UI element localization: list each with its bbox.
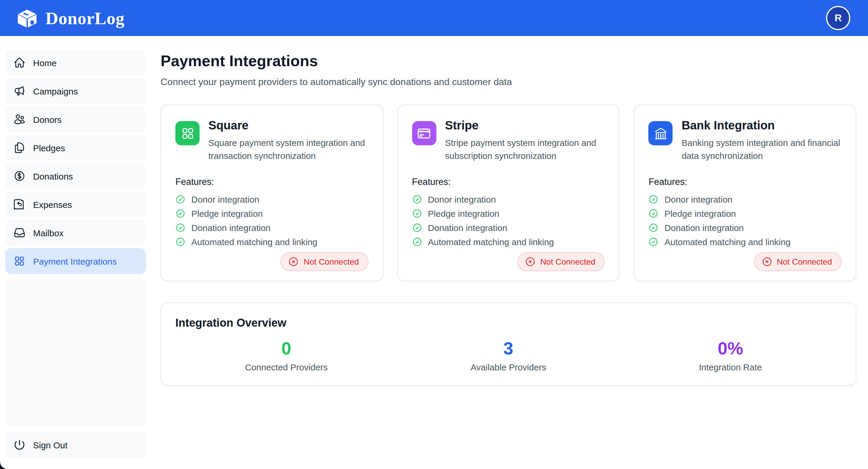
credit-card-icon [417,126,431,140]
provider-description: Stripe payment system integration and su… [445,137,604,163]
documents-icon [13,142,25,153]
feature-text: Donation integration [664,223,744,233]
brand[interactable]: DonorLog [16,7,125,29]
stat-label: Connected Providers [175,362,397,372]
sidebar-item-label: Mailbox [33,228,63,238]
dollar-circle-icon [13,170,25,182]
card-header: Stripe Stripe payment system integration… [412,118,604,163]
app-title: DonorLog [45,8,125,28]
provider-card-square[interactable]: Square Square payment system integration… [161,105,383,281]
sidebar-item-label: Pledges [33,143,65,153]
squares-grid-icon [13,255,25,267]
stat-integration-rate: 0% Integration Rate [619,339,841,372]
features-list: Donor integration Pledge integration Don… [175,194,368,251]
stat-connected-providers: 0 Connected Providers [175,339,397,372]
inbox-icon [13,227,25,239]
sidebar-item-expenses[interactable]: Expenses [5,192,146,217]
feature-text: Donation integration [428,223,507,233]
status-badge: Not Connected [281,252,368,271]
sidebar-item-label: Payment Integrations [33,256,117,266]
stat-label: Integration Rate [619,362,841,372]
feature-item: Pledge integration [412,208,604,218]
feature-item: Donation integration [649,223,841,233]
provider-cards-row: Square Square payment system integration… [161,105,856,281]
page-subtitle: Connect your payment providers to automa… [161,77,856,87]
provider-icon-tile [175,121,199,145]
check-circle-icon [412,223,422,233]
stat-value: 0 [175,339,397,359]
check-circle-icon [175,223,185,233]
feature-text: Donor integration [191,194,259,204]
feature-item: Donor integration [175,194,368,204]
user-avatar[interactable]: R [826,6,850,30]
feature-item: Donation integration [175,223,368,233]
features-label: Features: [649,177,841,187]
status-text: Not Connected [304,257,359,266]
check-circle-icon [175,194,185,204]
feature-item: Donation integration [412,223,604,233]
feature-item: Automated matching and linking [175,237,368,247]
feature-text: Donor integration [664,194,733,204]
provider-description: Square payment system integration and tr… [209,137,368,163]
check-circle-icon [175,237,185,247]
feature-item: Pledge integration [175,208,368,218]
feature-item: Pledge integration [649,208,841,218]
feature-item: Automated matching and linking [649,237,841,247]
feature-text: Automated matching and linking [664,237,790,247]
feature-text: Pledge integration [191,208,263,218]
bank-icon [654,126,668,140]
check-circle-icon [649,223,659,233]
card-header: Square Square payment system integration… [175,118,368,163]
check-circle-icon [412,194,422,204]
sidebar-item-mailbox[interactable]: Mailbox [5,220,146,246]
sign-out-button[interactable]: Sign Out [5,432,146,458]
sidebar-item-campaigns[interactable]: Campaigns [5,78,146,104]
provider-icon-tile [412,121,436,145]
check-circle-icon [412,208,422,218]
provider-name: Stripe [445,118,604,132]
provider-card-stripe[interactable]: Stripe Stripe payment system integration… [397,105,619,281]
feature-text: Donation integration [191,223,271,233]
stat-value: 3 [397,339,619,359]
feature-text: Automated matching and linking [428,237,554,247]
check-circle-icon [412,237,422,247]
sidebar: Home Campaigns Donors Pledges Donations … [5,50,146,458]
sidebar-filler-panel [5,279,146,426]
check-circle-icon [649,237,659,247]
main-content: Payment Integrations Connect your paymen… [161,36,856,386]
check-circle-icon [175,208,185,218]
feature-item: Automated matching and linking [412,237,604,247]
feature-text: Pledge integration [664,208,736,218]
stat-available-providers: 3 Available Providers [397,339,619,372]
status-text: Not Connected [540,257,595,266]
sidebar-item-label: Donors [33,114,62,124]
sidebar-item-donations[interactable]: Donations [5,163,146,189]
features-label: Features: [412,177,604,187]
feature-text: Pledge integration [428,208,499,218]
check-circle-icon [649,208,659,218]
feature-item: Donor integration [649,194,841,204]
sidebar-item-label: Home [33,58,57,68]
status-text: Not Connected [777,257,832,266]
status-badge: Not Connected [754,252,841,271]
donorlog-app: DonorLog R Home Campaigns Donors Pledges… [0,0,868,469]
screen: DonorLog R Home Campaigns Donors Pledges… [0,0,868,469]
sidebar-item-payment-integrations[interactable]: Payment Integrations [5,248,146,274]
overview-stats-row: 0 Connected Providers 3 Available Provid… [175,339,841,372]
provider-icon-tile [649,121,673,145]
sidebar-item-home[interactable]: Home [5,50,146,76]
feature-text: Automated matching and linking [191,237,317,247]
x-circle-icon [762,256,772,267]
squares-grid-icon [180,126,194,140]
avatar-initial: R [835,12,842,24]
window-corner [0,462,7,469]
provider-name: Bank Integration [682,118,841,132]
provider-card-bank[interactable]: Bank Integration Banking system integrat… [634,105,856,281]
sign-out-label: Sign Out [33,440,68,450]
sidebar-item-pledges[interactable]: Pledges [5,135,146,161]
features-list: Donor integration Pledge integration Don… [412,194,604,251]
sidebar-item-donors[interactable]: Donors [5,106,146,132]
top-bar: DonorLog R [0,0,868,36]
megaphone-icon [13,85,25,97]
sidebar-item-label: Donations [33,171,73,181]
